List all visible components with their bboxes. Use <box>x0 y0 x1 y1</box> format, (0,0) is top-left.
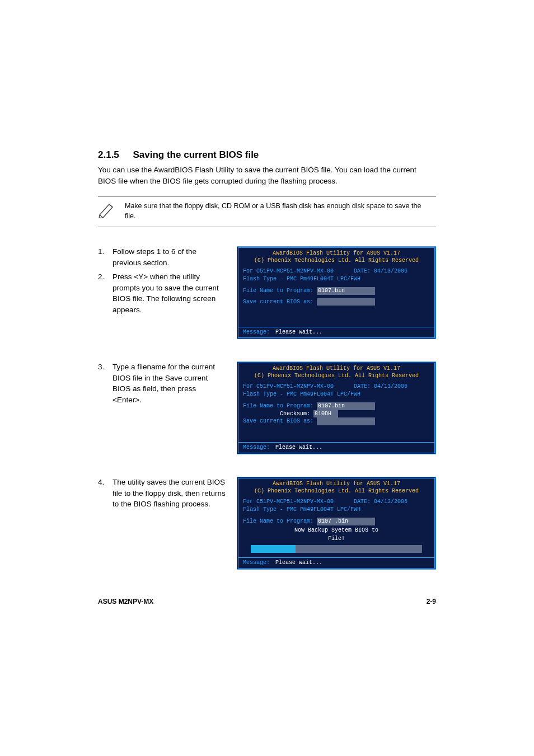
step-number: 1. <box>98 246 113 268</box>
bios-message-label: Message: <box>243 444 270 450</box>
bios-file-value: 0107.bin <box>317 402 375 410</box>
bios-date: DATE: 04/13/2006 <box>354 383 407 389</box>
step-text: Follow steps 1 to 6 of the previous sect… <box>113 246 227 268</box>
bios-save-label: Save current BIOS as: <box>243 418 313 424</box>
bios-message-label: Message: <box>243 560 270 566</box>
bios-header-line1: AwardBIOS Flash Utility for ASUS V1.17 <box>238 365 434 373</box>
step-number: 4. <box>98 477 113 510</box>
bios-message-label: Message: <box>243 329 270 335</box>
bios-message-value: Please wait... <box>273 560 322 566</box>
bios-checksum-value: 810DH <box>313 410 338 418</box>
bios-save-value <box>317 298 375 306</box>
page-footer: ASUS M2NPV-MX 2-9 <box>98 598 436 605</box>
bios-progress-bar <box>251 545 422 553</box>
bios-flash-type: Flash Type - PMC Pm49FL004T LPC/FWH <box>243 506 430 514</box>
step-number: 3. <box>98 361 113 405</box>
step-text: The utility saves the current BIOS file … <box>113 477 227 510</box>
bios-screen-3: AwardBIOS Flash Utility for ASUS V1.17 (… <box>237 477 436 570</box>
pencil-icon <box>98 201 120 218</box>
bios-save-label: Save current BIOS as: <box>243 299 313 305</box>
bios-board: For C51PV-MCP51-M2NPV-MX-00 <box>243 499 334 505</box>
bios-file-label: File Name to Program: <box>243 288 313 294</box>
footer-product: ASUS M2NPV-MX <box>98 598 153 605</box>
bios-backup-line1: Now Backup Syetem BIOS to <box>243 525 430 534</box>
step-3: 3. Type a filename for the current BIOS … <box>98 361 227 405</box>
bios-file-label: File Name to Program: <box>243 518 313 524</box>
bios-screen-2: AwardBIOS Flash Utility for ASUS V1.17 (… <box>237 361 436 454</box>
step-number: 2. <box>98 271 113 315</box>
bios-message-value: Please wait... <box>273 444 322 450</box>
bios-flash-type: Flash Type - PMC Pm49FL004T LPC/FWH <box>243 275 430 283</box>
section-title: Saving the current BIOS file <box>133 149 259 160</box>
bios-file-value: 0107 .bin <box>317 518 375 525</box>
intro-paragraph: You can use the AwardBIOS Flash Utility … <box>98 165 436 186</box>
section-number: 2.1.5 <box>98 149 119 161</box>
bios-board: For C51PV-MCP51-M2NPV-MX-00 <box>243 383 334 389</box>
section-heading: 2.1.5 Saving the current BIOS file <box>98 145 436 161</box>
bios-file-label: File Name to Program: <box>243 403 313 409</box>
step-text: Type a filename for the current BIOS fil… <box>113 361 227 405</box>
bios-progress-fill <box>251 545 296 553</box>
step-1: 1. Follow steps 1 to 6 of the previous s… <box>98 246 227 268</box>
bios-message-value: Please wait... <box>273 329 322 335</box>
bios-screen-1: AwardBIOS Flash Utility for ASUS V1.17 (… <box>237 246 436 339</box>
bios-save-value <box>317 417 375 425</box>
bios-header-line2: (C) Phoenix Technologies Ltd. All Rights… <box>238 488 434 495</box>
footer-page-number: 2-9 <box>427 598 436 605</box>
bios-flash-type: Flash Type - PMC Pm49FL004T LPC/FWH <box>243 391 430 398</box>
bios-header-line1: AwardBIOS Flash Utility for ASUS V1.17 <box>238 250 434 257</box>
bios-checksum-label: Checksum: <box>280 411 310 417</box>
bios-backup-line2: File! <box>243 534 430 543</box>
note-text: Make sure that the floppy disk, CD ROM o… <box>120 201 436 221</box>
bios-date: DATE: 04/13/2006 <box>354 268 407 274</box>
step-text: Press <Y> when the utility prompts you t… <box>113 271 227 315</box>
bios-date: DATE: 04/13/2006 <box>354 499 407 505</box>
bios-header-line1: AwardBIOS Flash Utility for ASUS V1.17 <box>238 481 434 488</box>
bios-board: For C51PV-MCP51-M2NPV-MX-00 <box>243 268 334 274</box>
note-block: Make sure that the floppy disk, CD ROM o… <box>98 196 436 227</box>
step-2: 2. Press <Y> when the utility prompts yo… <box>98 271 227 315</box>
bios-file-value: 0107.bin <box>317 287 375 295</box>
bios-header-line2: (C) Phoenix Technologies Ltd. All Rights… <box>238 257 434 265</box>
step-4: 4. The utility saves the current BIOS fi… <box>98 477 227 510</box>
bios-header-line2: (C) Phoenix Technologies Ltd. All Rights… <box>238 373 434 380</box>
